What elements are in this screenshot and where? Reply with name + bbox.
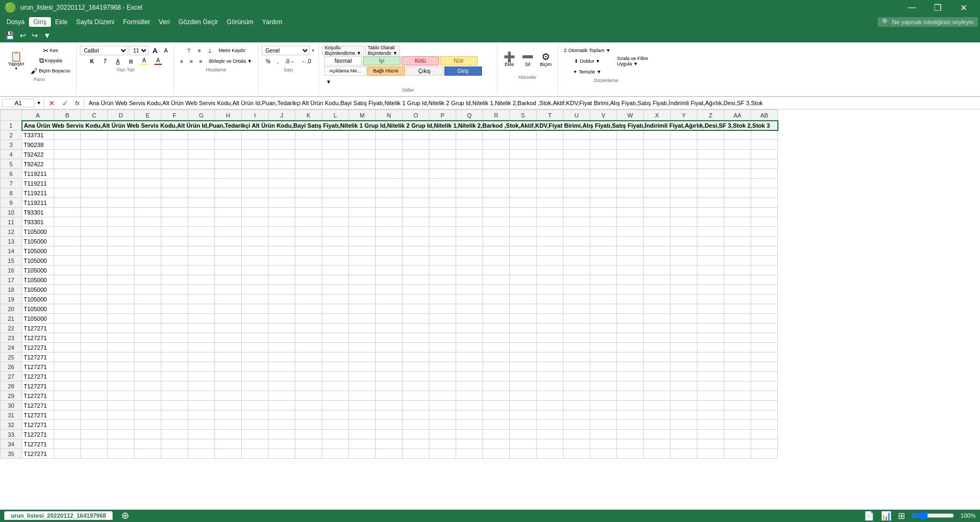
cell-Q25[interactable] — [456, 352, 483, 362]
cell-X26[interactable] — [644, 362, 671, 372]
cell-S12[interactable] — [510, 227, 537, 237]
cell-X30[interactable] — [644, 401, 671, 410]
cell-J22[interactable] — [269, 324, 295, 333]
cell-T32[interactable] — [537, 420, 563, 430]
cell-L33[interactable] — [322, 430, 349, 439]
cell-X21[interactable] — [644, 314, 671, 324]
cell-Y2[interactable] — [671, 130, 697, 140]
cell-A27[interactable]: T127271 — [22, 372, 54, 381]
cell-L30[interactable] — [322, 401, 349, 410]
cell-W17[interactable] — [617, 275, 644, 285]
italic-button[interactable]: T — [99, 56, 111, 66]
cell-J28[interactable] — [269, 381, 295, 391]
cell-U12[interactable] — [563, 227, 590, 237]
cell-A6[interactable]: T119211 — [22, 169, 54, 179]
cell-K17[interactable] — [295, 275, 322, 285]
cell-U22[interactable] — [563, 324, 590, 333]
cell-V10[interactable] — [590, 208, 617, 217]
cell-I6[interactable] — [242, 169, 269, 179]
cell-T13[interactable] — [537, 237, 563, 246]
cell-O34[interactable] — [403, 439, 429, 449]
cell-H11[interactable] — [215, 217, 242, 227]
copy-button[interactable]: ⧉ Kopyala — [28, 56, 73, 65]
row-number-10[interactable]: 10 — [1, 208, 22, 217]
cell-A33[interactable]: T127271 — [22, 430, 54, 439]
cell-O6[interactable] — [403, 169, 429, 179]
cell-D16[interactable] — [108, 266, 135, 275]
format-cells-btn[interactable]: ⚙ Biçim — [537, 46, 554, 73]
cell-O10[interactable] — [403, 208, 429, 217]
cell-A35[interactable]: T127271 — [22, 449, 54, 459]
cell-AB3[interactable] — [751, 140, 778, 150]
cell-D33[interactable] — [108, 430, 135, 439]
cell-J16[interactable] — [269, 266, 295, 275]
col-header-aa[interactable]: AA — [724, 110, 751, 121]
font-family-select[interactable]: Calibri — [80, 46, 128, 55]
cell-T33[interactable] — [537, 430, 563, 439]
cell-Y5[interactable] — [671, 159, 697, 169]
cell-K29[interactable] — [295, 391, 322, 401]
cell-P3[interactable] — [429, 140, 456, 150]
cell-D21[interactable] — [108, 314, 135, 324]
cell-Z7[interactable] — [697, 179, 724, 188]
cell-Y7[interactable] — [671, 179, 697, 188]
col-header-u[interactable]: U — [563, 110, 590, 121]
cell-M4[interactable] — [349, 150, 376, 159]
cell-S8[interactable] — [510, 188, 537, 198]
cell-W31[interactable] — [617, 410, 644, 420]
cell-Z32[interactable] — [697, 420, 724, 430]
cell-F22[interactable] — [161, 324, 188, 333]
cell-AA23[interactable] — [724, 333, 751, 343]
cell-Q24[interactable] — [456, 343, 483, 352]
cell-H33[interactable] — [215, 430, 242, 439]
cell-G23[interactable] — [188, 333, 215, 343]
cell-C5[interactable] — [81, 159, 108, 169]
cell-D29[interactable] — [108, 391, 135, 401]
cell-A16[interactable]: T105000 — [22, 266, 54, 275]
cell-T14[interactable] — [537, 246, 563, 256]
cell-AA24[interactable] — [724, 343, 751, 352]
cell-M13[interactable] — [349, 237, 376, 246]
cell-K18[interactable] — [295, 285, 322, 295]
cell-H28[interactable] — [215, 381, 242, 391]
cell-L15[interactable] — [322, 256, 349, 266]
cell-S6[interactable] — [510, 169, 537, 179]
cell-I21[interactable] — [242, 314, 269, 324]
cell-T3[interactable] — [537, 140, 563, 150]
cell-G32[interactable] — [188, 420, 215, 430]
cell-F26[interactable] — [161, 362, 188, 372]
cell-F29[interactable] — [161, 391, 188, 401]
cell-K3[interactable] — [295, 140, 322, 150]
cell-V19[interactable] — [590, 295, 617, 304]
cell-Z27[interactable] — [697, 372, 724, 381]
row-number-22[interactable]: 22 — [1, 324, 22, 333]
number-format-dropdown[interactable]: ▼ — [311, 48, 315, 53]
row-number-35[interactable]: 35 — [1, 449, 22, 459]
cell-Y21[interactable] — [671, 314, 697, 324]
cell-H14[interactable] — [215, 246, 242, 256]
cell-J18[interactable] — [269, 285, 295, 295]
cell-C12[interactable] — [81, 227, 108, 237]
cell-Q27[interactable] — [456, 372, 483, 381]
cell-N4[interactable] — [376, 150, 403, 159]
cell-F17[interactable] — [161, 275, 188, 285]
cell-K35[interactable] — [295, 449, 322, 459]
autosum-btn[interactable]: Σ Otomatik Toplam ▼ — [561, 46, 613, 55]
cell-B14[interactable] — [54, 246, 81, 256]
cell-O22[interactable] — [403, 324, 429, 333]
cell-M26[interactable] — [349, 362, 376, 372]
cell-L17[interactable] — [322, 275, 349, 285]
cell-J29[interactable] — [269, 391, 295, 401]
cell-X20[interactable] — [644, 304, 671, 314]
cell-Z16[interactable] — [697, 266, 724, 275]
cell-N13[interactable] — [376, 237, 403, 246]
border-button[interactable]: ⊞ — [125, 56, 137, 66]
row-number-27[interactable]: 27 — [1, 372, 22, 381]
cell-F32[interactable] — [161, 420, 188, 430]
cell-V25[interactable] — [590, 352, 617, 362]
cell-L8[interactable] — [322, 188, 349, 198]
col-header-z[interactable]: Z — [697, 110, 724, 121]
cell-U32[interactable] — [563, 420, 590, 430]
cell-G19[interactable] — [188, 295, 215, 304]
cell-S24[interactable] — [510, 343, 537, 352]
